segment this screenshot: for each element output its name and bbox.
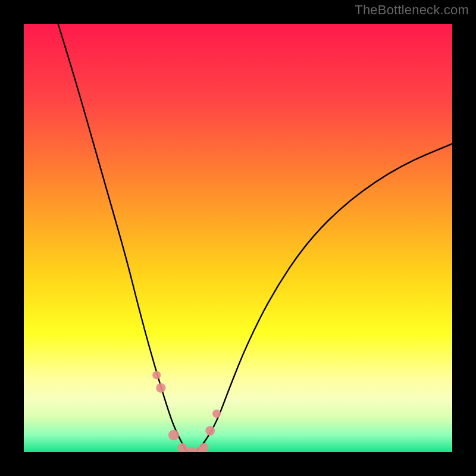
svg-rect-0: [24, 24, 452, 452]
plot-area: [24, 24, 452, 452]
background-gradient: [24, 24, 452, 452]
chart-frame: TheBottleneck.com: [0, 0, 476, 476]
watermark-text: TheBottleneck.com: [355, 2, 469, 18]
